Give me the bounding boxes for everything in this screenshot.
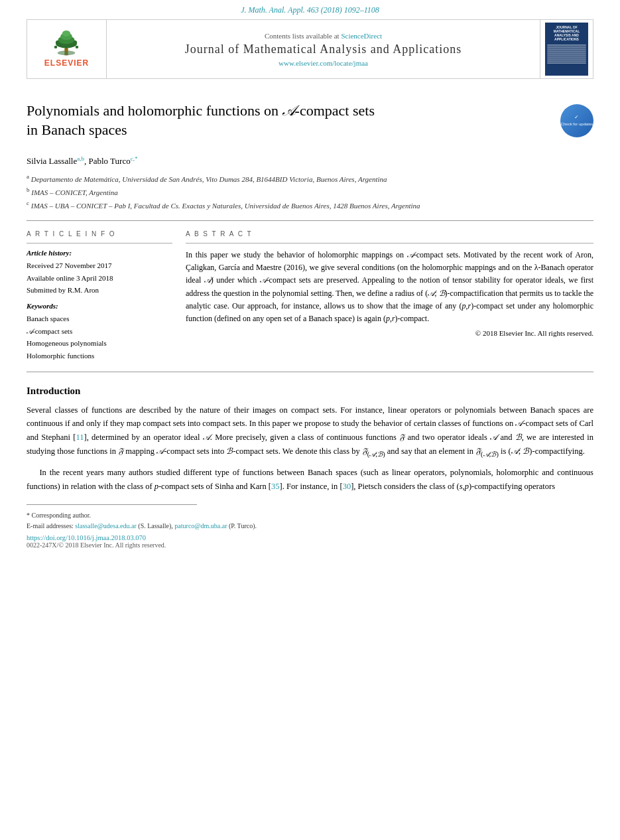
content-divider (27, 372, 593, 372)
journal-url: www.elsevier.com/locate/jmaa (279, 59, 368, 67)
email-label: E-mail addresses: (27, 522, 74, 529)
main-content: Polynomials and holomorphic functions on… (27, 79, 593, 549)
article-history-label: Article history: (27, 249, 172, 257)
thumb-title-text: JOURNAL OFMATHEMATICALANALYSIS ANDAPPLIC… (554, 25, 580, 41)
info-divider (27, 243, 172, 244)
ref-11[interactable]: 11 (76, 433, 84, 442)
abstract-label: A B S T R A C T (186, 230, 593, 238)
keyword-3: Homogeneous polynomials (27, 337, 172, 350)
abstract-column: A B S T R A C T In this paper we study t… (186, 230, 593, 362)
email-turco-name: (P. Turco). (229, 522, 257, 529)
svg-point-6 (62, 31, 70, 36)
author-separator: , Pablo Turco (84, 157, 131, 167)
authors-line: Silvia Lassallea,b, Pablo Turcoc,* (27, 155, 593, 167)
available-date: Available online 3 April 2018 (27, 272, 172, 285)
thumb-content-lines (547, 44, 586, 64)
journal-thumbnail: JOURNAL OFMATHEMATICALANALYSIS ANDAPPLIC… (545, 23, 588, 76)
submitted-by: Submitted by R.M. Aron (27, 284, 172, 297)
intro-paragraph-1: Several classes of functions are describ… (27, 403, 593, 460)
affiliation-b: b IMAS – CONICET, Argentina (27, 186, 593, 198)
journal-url-link[interactable]: www.elsevier.com/locate/jmaa (279, 59, 368, 67)
svg-point-8 (74, 40, 77, 44)
svg-point-7 (56, 40, 59, 44)
journal-header: ELSEVIER Contents lists available at Sci… (27, 19, 593, 79)
footnote-block: * Corresponding author. E-mail addresses… (27, 510, 593, 531)
contents-label: Contents lists available at (265, 32, 340, 40)
elsevier-logo: ELSEVIER (44, 31, 89, 68)
doi-line: https://doi.org/10.1016/j.jmaa.2018.03.0… (27, 534, 593, 541)
affiliation-c: c IMAS – UBA – CONICET – Pab I, Facultad… (27, 199, 593, 211)
email-addresses: E-mail addresses: slassalle@udesa.edu.ar… (27, 521, 593, 531)
keywords-list: Banach spaces 𝒜-compact sets Homogeneous… (27, 313, 172, 362)
turco-affiliations: c,* (131, 155, 138, 162)
email-lassalle-name: (S. Lassalle) (138, 522, 171, 529)
corresponding-author-note: * Corresponding author. (27, 510, 593, 521)
footnote-divider (27, 504, 197, 505)
paper-title: Polynomials and holomorphic functions on… (27, 102, 552, 139)
elsevier-tree-icon (46, 31, 86, 57)
check-inner-text: ✓Check for updates (561, 114, 593, 127)
svg-point-10 (76, 46, 78, 48)
keyword-1: Banach spaces (27, 313, 172, 325)
elsevier-brand-text: ELSEVIER (44, 58, 89, 68)
intro-paragraph-2: In the recent years many authors studied… (27, 466, 593, 493)
contents-line: Contents lists available at ScienceDirec… (265, 32, 382, 40)
article-info-column: A R T I C L E I N F O Article history: R… (27, 230, 172, 362)
title-math-a: 𝒜 (282, 102, 295, 119)
info-abstract-columns: A R T I C L E I N F O Article history: R… (27, 230, 593, 362)
ref-35[interactable]: 35 (271, 482, 280, 491)
abstract-text: In this paper we study the behavior of h… (186, 249, 593, 325)
journal-title: Journal of Mathematical Analysis and App… (185, 42, 462, 56)
journal-thumbnail-area: JOURNAL OFMATHEMATICALANALYSIS ANDAPPLIC… (540, 20, 593, 78)
issn-line: 0022-247X/© 2018 Elsevier Inc. All right… (27, 541, 593, 549)
elsevier-logo-area: ELSEVIER (27, 20, 107, 78)
lassalle-affiliations: a,b (77, 155, 84, 162)
doi-link[interactable]: https://doi.org/10.1016/j.jmaa.2018.03.0… (27, 534, 146, 541)
header-divider (27, 220, 593, 221)
article-dates: Received 27 November 2017 Available onli… (27, 259, 172, 297)
affiliations-block: a Departamento de Matemática, Universida… (27, 173, 593, 211)
ref-30[interactable]: 30 (343, 482, 351, 491)
affiliation-a: a Departamento de Matemática, Universida… (27, 173, 593, 184)
introduction-title: Introduction (27, 385, 593, 397)
sciencedirect-link[interactable]: ScienceDirect (341, 32, 382, 40)
svg-point-9 (54, 46, 57, 48)
keyword-2: 𝒜-compact sets (27, 325, 172, 338)
email-lassalle-link[interactable]: slassalle@udesa.edu.ar (75, 522, 137, 529)
keywords-label: Keywords: (27, 302, 172, 310)
keyword-4: Holomorphic functions (27, 350, 172, 362)
abstract-divider (186, 243, 593, 244)
received-date: Received 27 November 2017 (27, 259, 172, 272)
copyright-text: © 2018 Elsevier Inc. All rights reserved… (186, 329, 593, 337)
journal-reference: J. Math. Anal. Appl. 463 (2018) 1092–110… (0, 0, 620, 19)
check-label: Check for updates (561, 122, 593, 126)
journal-info-center: Contents lists available at ScienceDirec… (107, 20, 540, 78)
email-turco-link[interactable]: paturco@dm.uba.ar (174, 522, 227, 529)
check-for-updates-badge[interactable]: ✓Check for updates (560, 104, 593, 137)
author-lassalle: Silvia Lassalle (27, 157, 77, 167)
article-info-label: A R T I C L E I N F O (27, 230, 172, 238)
